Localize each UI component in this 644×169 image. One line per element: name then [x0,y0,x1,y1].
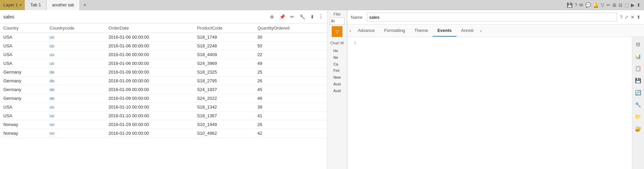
mail-icon[interactable]: ✉ [579,2,583,8]
toolbar-icons: ⊕ 📌 ✏ 🔧 ⬇ ⋮ [268,13,324,21]
rail-icon-save[interactable]: 💾 [633,75,644,86]
rail-icon-clipboard[interactable]: 📋 [633,63,644,74]
table-cell: us [46,33,105,42]
help-icon-right[interactable]: ? [620,14,623,20]
editor-input[interactable] [350,46,629,51]
rail-icon-lock[interactable]: 🔐 [633,124,644,134]
table-cell: us [46,50,105,59]
table-cell: 2016-01-06 00:00:00 [105,42,194,50]
resize-icon[interactable]: ⤢ [625,14,629,20]
right-content: 1 ⊟ 📊 📋 💾 🔄 🔧 📁 🔐 [347,37,644,169]
countrycode-link[interactable]: de [50,87,54,92]
download-icon[interactable]: ⬇ [308,13,316,21]
play-icon[interactable]: ▶ [631,2,635,8]
tabs-left-arrow[interactable]: ‹ [347,25,353,37]
rail-icon-refresh[interactable]: 🔄 [633,87,644,98]
table-icon[interactable]: ⊞ [612,2,616,8]
save-icon[interactable]: 💾 [567,2,573,8]
tab-annoti[interactable]: Annoti [457,25,478,37]
tab-2[interactable]: another tab [47,0,80,10]
table-cell: USA [0,59,46,68]
countrycode-link[interactable]: us [50,43,54,48]
table-cell: de [46,85,105,94]
rail-icon-chart[interactable]: 📊 [633,51,644,62]
table-row: Germanyde2016-01-09 00:00:00S18_279526 [0,77,327,85]
table-row: Germanyde2016-01-09 00:00:00S24_202246 [0,94,327,103]
tab-theme[interactable]: Theme [410,25,432,37]
filter-icon-top[interactable]: ▽ [601,2,604,8]
table-cell: us [46,103,105,112]
countrycode-link[interactable]: us [50,35,54,40]
tab-formatting[interactable]: Formatting [379,25,410,37]
table-row: USAus2016-01-10 00:00:00S18_136741 [0,112,327,120]
countrycode-link[interactable]: us [50,61,54,66]
rail-icon-folder[interactable]: 📁 [633,112,644,122]
tab-advance[interactable]: Advance [353,25,380,37]
countrycode-link[interactable]: no [50,131,54,136]
right-header-icons: ? ⤢ ✕ ⬆ [620,14,641,20]
tab-2-label: another tab [52,2,74,7]
table-cell: S18_2795 [194,77,254,85]
table-row: USAus2016-01-06 00:00:00S18_174930 [0,33,327,42]
more-icon[interactable]: ⋮ [318,13,324,20]
table-cell: 30 [254,33,327,42]
move-icon[interactable]: ⊕ [268,13,276,21]
help-icon[interactable]: ? [575,2,577,8]
data-table: Country Countrycode OrderDate ProductCod… [0,24,327,138]
pin-right-icon[interactable]: ⬆ [637,14,641,20]
table-cell: 2016-01-09 00:00:00 [105,77,194,85]
table-cell: 2016-01-09 00:00:00 [105,94,194,103]
countrycode-link[interactable]: us [50,52,54,57]
upload-icon[interactable]: ⬆ [637,2,641,8]
right-editor: 1 [347,37,632,169]
countrycode-link[interactable]: de [50,70,54,75]
layer-tab[interactable]: Layer 1 ▾ [0,0,25,10]
tab-events[interactable]: Events [433,25,457,37]
tab-1[interactable]: Tab 1 [25,0,47,10]
minus-icon[interactable]: ⊟ [619,2,623,8]
add-tab-button[interactable]: + [80,0,90,10]
table-cell: us [46,42,105,50]
table-cell: 2016-01-06 00:00:00 [105,33,194,42]
table-row: USAus2016-01-06 00:00:00S18_224850 [0,42,327,50]
filter-button[interactable]: ▽ [332,26,342,37]
tabs-right-arrow[interactable]: › [478,25,484,37]
table-cell: Germany [0,77,46,85]
table-cell: 25 [254,68,327,77]
table-cell: de [46,94,105,103]
tab-formatting-label: Formatting [384,28,405,33]
rail-icon-settings[interactable]: 🔧 [633,99,644,110]
table-cell: us [46,59,105,68]
table-row: Germanyde2016-01-09 00:00:00S24_193745 [0,85,327,94]
edit-icon[interactable]: ✏ [288,13,296,21]
countrycode-link[interactable]: de [50,78,54,83]
countrycode-link[interactable]: us [50,113,54,118]
table-container[interactable]: Country Countrycode OrderDate ProductCod… [0,24,327,169]
name-input[interactable] [367,13,617,22]
layer-dropdown-icon[interactable]: ▾ [20,3,21,7]
table-cell: 2016-01-10 00:00:00 [105,112,194,120]
chat-icon[interactable]: 💬 [585,2,591,8]
table-cell: 2016-01-06 00:00:00 [105,59,194,68]
bell-icon[interactable]: 🔔 [593,2,599,8]
table-cell: 26 [254,120,327,129]
wrench-icon[interactable]: 🔧 [298,13,306,21]
cut-icon[interactable]: ✂ [606,2,610,8]
table-cell: Germany [0,85,46,94]
close-icon[interactable]: ✕ [631,14,635,20]
window-icon[interactable]: ⬚ [625,2,629,8]
filter-input[interactable] [330,17,344,25]
table-cell: S10_1949 [194,120,254,129]
table-cell: USA [0,103,46,112]
table-cell: 2016-01-10 00:00:00 [105,103,194,112]
table-row: Norwayno2016-01-29 00:00:00S10_194926 [0,120,327,129]
country-item: Ca [333,61,341,68]
right-tabs: ‹ Advance Formatting Theme Events Annoti… [347,25,644,37]
pin-icon[interactable]: 📌 [278,13,286,21]
rail-icon-table[interactable]: ⊟ [633,39,644,50]
countrycode-link[interactable]: no [50,122,54,127]
top-right-icons: 💾 ? ✉ 💬 🔔 ▽ ✂ ⊞ ⊟ ⬚ ▶ ⬆ [567,2,644,8]
col-quantityordered: QuantityOrdered [254,24,327,33]
countrycode-link[interactable]: us [50,104,54,110]
countrycode-link[interactable]: de [50,96,54,101]
